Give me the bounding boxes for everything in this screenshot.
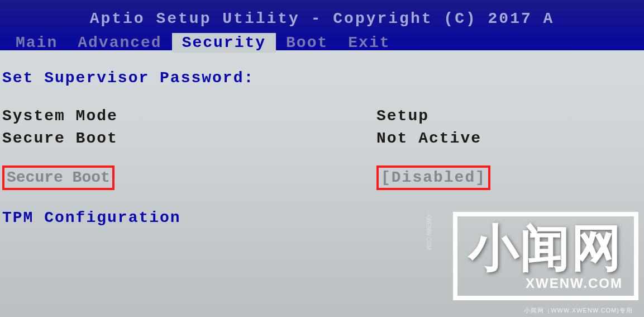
secure-boot-option-value[interactable]: [Disabled] <box>376 165 490 190</box>
tpm-config-label: TPM Configuration <box>2 209 181 226</box>
watermark-vertical: XWENW.COM <box>426 214 432 250</box>
menu-main[interactable]: Main <box>6 33 68 53</box>
spacer <box>0 191 644 207</box>
security-content: Set Supervisor Password: System Mode Set… <box>0 50 644 228</box>
system-mode-value: Setup <box>376 107 429 125</box>
watermark-title: 小闻网 <box>469 223 623 273</box>
secure-boot-option-row[interactable]: Secure Boot [Disabled] <box>0 165 644 190</box>
menu-bar: Main Advanced Security Boot Exit <box>0 33 644 53</box>
watermark-url: XWENW.COM <box>469 276 623 291</box>
spacer <box>0 89 644 105</box>
menu-advanced[interactable]: Advanced <box>68 33 171 53</box>
secure-boot-status-value: Not Active <box>376 130 481 147</box>
spacer <box>0 150 644 165</box>
watermark-small: 小闻网（WWW.XWENW.COM)专用 <box>524 306 633 315</box>
secure-boot-status-label: Secure Boot <box>2 130 376 147</box>
set-supervisor-label: Set Supervisor Password: <box>2 69 254 87</box>
secure-boot-option-label: Secure Boot <box>2 165 115 190</box>
secure-boot-status-row: Secure Boot Not Active <box>0 127 644 149</box>
menu-security[interactable]: Security <box>172 33 276 53</box>
secure-boot-option-label-wrap: Secure Boot <box>2 165 376 190</box>
copyright-text: Aptio Setup Utility - Copyright (C) 2017… <box>0 0 644 27</box>
set-supervisor-row[interactable]: Set Supervisor Password: <box>0 67 644 88</box>
bios-header: Aptio Setup Utility - Copyright (C) 2017… <box>0 0 644 50</box>
menu-exit[interactable]: Exit <box>338 33 400 53</box>
system-mode-label: System Mode <box>2 107 376 125</box>
watermark-box: 小闻网 XWENW.COM <box>453 212 638 300</box>
system-mode-row: System Mode Setup <box>0 105 644 126</box>
menu-boot[interactable]: Boot <box>276 33 338 53</box>
secure-boot-option-value-wrap: [Disabled] <box>376 165 490 190</box>
